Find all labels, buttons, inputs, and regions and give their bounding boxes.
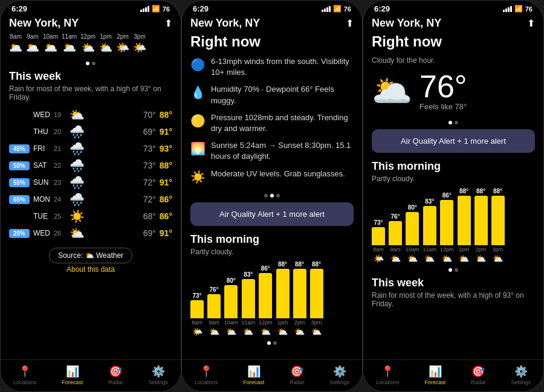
right-now-header-3: Right now Cloudy for the hour. (372, 33, 535, 65)
dot (270, 194, 274, 198)
city-header-2: New York, NY ⬆ (190, 14, 354, 33)
bar-visual (224, 285, 238, 318)
hour-icon: ⛅ (277, 327, 288, 336)
nav-item[interactable]: 🎯Radar (471, 365, 486, 385)
hour-label: 2pm (294, 320, 305, 326)
temp-high: 91° (160, 178, 172, 187)
hour-icon: ⛅ (209, 327, 219, 336)
detail-icon: 💧 (190, 85, 205, 100)
hourly-scroll-1: 8am🌥️9am🌥️10am🌥️11am🌥️12pm⛅1pm⛅2pm🌤️3pm🌤… (9, 33, 172, 54)
week-num: 21 (54, 145, 63, 152)
nav-item[interactable]: 📍Locations (13, 365, 37, 385)
hour-label: 10am (43, 33, 58, 40)
nav-item[interactable]: ⚙️Settings (149, 365, 169, 385)
bar-visual (423, 206, 436, 245)
week-num: 23 (54, 179, 63, 186)
nav-item[interactable]: 🎯Radar (290, 365, 305, 385)
hour-item: 3pm🌤️ (133, 33, 146, 54)
feels-like-3: Feels like 78° (419, 102, 467, 111)
bar-item: 88° 1pm ⛅ (276, 261, 290, 336)
signal-icon-2 (322, 6, 331, 12)
dot (455, 121, 458, 124)
nav-label: Settings (330, 379, 350, 385)
hour-item: 10am🌥️ (43, 33, 58, 54)
bar-visual (389, 221, 402, 245)
bar-visual (406, 212, 419, 245)
week-row: 20% WED 26 ⛅ 69° 91° (9, 226, 172, 240)
temp-low: 70° (143, 110, 156, 120)
temp-high: 93° (160, 144, 172, 153)
hour-icon: 🌤️ (192, 327, 202, 336)
nav-item[interactable]: ⚙️Settings (511, 365, 531, 385)
week-row: 55% SUN 23 🌧️ 72° 91° (9, 175, 172, 190)
week-day: SUN (33, 178, 50, 187)
temp-range: 73° 88° (143, 161, 172, 170)
temp-range: 69° 91° (143, 127, 172, 137)
phone3-content: New York, NY ⬆ Right now Cloudy for the … (363, 14, 543, 359)
detail-text: Sunrise 5:24am → Sunset 8:30pm. 15.1 hou… (211, 140, 354, 162)
nav-item[interactable]: 🎯Radar (108, 365, 123, 385)
morning-subtitle-3: Partly cloudy. (372, 175, 535, 183)
current-icon-3: 🌥️ (372, 72, 412, 110)
nav-label: Radar (471, 379, 486, 385)
bar-item: 76° 9am ⛅ (207, 286, 221, 336)
hour-label: 11am (242, 320, 256, 326)
week-icon: 🌧️ (70, 158, 85, 173)
nav-item[interactable]: 📊Forecast (424, 365, 445, 385)
dot (86, 62, 89, 65)
hour-icon: ⛅ (407, 254, 418, 263)
nav-item[interactable]: 📍Locations (195, 365, 218, 385)
hour-label: 8am (192, 320, 202, 326)
dot (448, 268, 452, 272)
source-button[interactable]: Source: ⛅ Weather (49, 248, 132, 263)
hour-icon: ⛅ (459, 254, 469, 263)
nav-item[interactable]: 📊Forecast (62, 365, 83, 385)
morning-title-3: This morning (372, 160, 535, 173)
nav-item[interactable]: 📍Locations (376, 365, 400, 385)
wifi-icon-2: 📶 (333, 5, 342, 13)
hour-label: 2pm (117, 33, 128, 40)
hour-icon: ⛅ (99, 41, 112, 54)
temp-label: 88° (278, 261, 287, 268)
week-num: 24 (54, 196, 63, 203)
temp-low: 73° (143, 144, 156, 153)
morning-title-2: This morning (190, 233, 354, 246)
week-day: WED (33, 111, 50, 119)
source-link[interactable]: About this data (66, 265, 115, 274)
signal-icon (140, 6, 149, 12)
hour-icon: ⛅ (261, 327, 271, 336)
wifi-icon-3: 📶 (514, 5, 523, 13)
week-icon: ☀️ (70, 209, 85, 223)
nav-item[interactable]: 📊Forecast (243, 365, 264, 385)
phone1-content: New York, NY ⬆ 8am🌥️9am🌥️10am🌥️11am🌥️12p… (1, 14, 181, 359)
week-row: TUE 25 ☀️ 68° 86° (9, 209, 172, 223)
nav-item[interactable]: ⚙️Settings (330, 365, 350, 385)
temp-high: 86° (160, 211, 172, 221)
hour-label: 2pm (476, 246, 487, 252)
share-icon-2[interactable]: ⬆ (346, 18, 354, 29)
bar-visual (190, 300, 204, 318)
hour-label: 9am (27, 33, 38, 40)
share-icon-3[interactable]: ⬆ (527, 18, 535, 29)
alert-button-3[interactable]: Air Quality Alert + 1 more alert (372, 129, 535, 153)
detail-row: 🌅Sunrise 5:24am → Sunset 8:30pm. 15.1 ho… (190, 140, 354, 162)
detail-text: 6-13mph winds from the south. Visibility… (211, 56, 354, 78)
bar-visual (474, 196, 488, 245)
dot (273, 341, 277, 345)
big-temp-3: 76° (419, 71, 467, 102)
hour-label: 1pm (277, 320, 288, 326)
bar-item: 86° 12pm ⛅ (259, 265, 273, 336)
nav-icon: ⚙️ (152, 365, 165, 378)
alert-button-2[interactable]: Air Quality Alert + 1 more alert (190, 202, 354, 226)
temp-low: 68° (143, 211, 156, 221)
time-1: 6:29 (11, 4, 27, 13)
current-weather-3: 🌥️ 76° Feels like 78° (372, 71, 535, 111)
nav-icon: 📊 (247, 365, 261, 378)
share-icon-1[interactable]: ⬆ (164, 18, 172, 29)
hour-icon: ⛅ (390, 254, 401, 263)
hour-label: 3pm (134, 33, 145, 40)
precip-bar: 65% (9, 195, 30, 204)
bar-visual (310, 269, 323, 318)
nav-label: Forecast (62, 379, 83, 385)
hour-label: 12pm (80, 33, 96, 40)
